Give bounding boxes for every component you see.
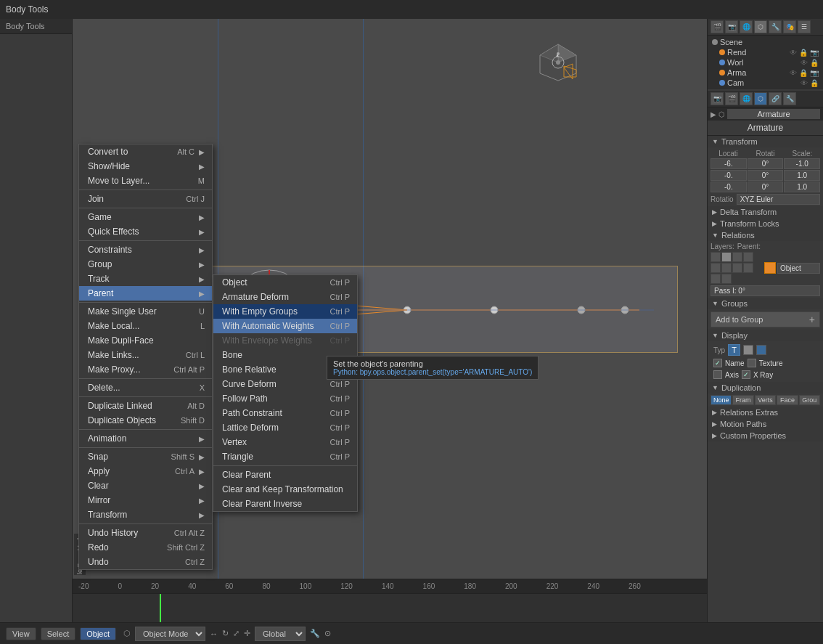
groups-section[interactable]: ▼ Groups bbox=[708, 298, 823, 309]
relations-section[interactable]: ▼ Relations bbox=[708, 229, 823, 241]
parent-select[interactable]: Object bbox=[777, 263, 820, 274]
menu-make-single-user[interactable]: Make Single User U bbox=[79, 304, 212, 319]
menu-make-proxy[interactable]: Make Proxy... Ctrl Alt P bbox=[79, 362, 212, 377]
pass-index[interactable]: Pass I: 0° bbox=[711, 285, 820, 296]
axis-checkbox[interactable] bbox=[713, 370, 722, 379]
menu-parent[interactable]: Parent ▶ bbox=[79, 286, 212, 301]
dup-none[interactable]: None bbox=[711, 395, 732, 405]
menu-delete[interactable]: Delete... X bbox=[79, 380, 212, 395]
menu-make-dupli-face[interactable]: Make Dupli-Face bbox=[79, 333, 212, 348]
layer-btn-7[interactable] bbox=[732, 263, 742, 273]
menu-show-hide[interactable]: Show/Hide ▶ bbox=[79, 159, 212, 174]
dup-frames[interactable]: Fram bbox=[732, 395, 753, 405]
menu-snap[interactable]: Snap Shift S ▶ bbox=[79, 449, 212, 464]
menu-make-local[interactable]: Make Local... L bbox=[79, 319, 212, 333]
submenu-follow-path[interactable]: Follow Path Ctrl P bbox=[213, 391, 357, 406]
outliner-item-armature1[interactable]: Arma 👁 🔒 📷 bbox=[709, 68, 822, 78]
scale-y[interactable]: 1.0 bbox=[784, 170, 820, 181]
layer-btn-9[interactable] bbox=[711, 274, 721, 284]
object-button[interactable]: Object bbox=[80, 627, 116, 640]
proportional-icon[interactable]: ⊙ bbox=[324, 629, 331, 638]
display-section[interactable]: ▼ Display bbox=[708, 330, 823, 341]
layer-btn-4[interactable] bbox=[743, 252, 753, 262]
render-prop-icon[interactable]: 📷 bbox=[711, 92, 724, 105]
layer-btn-2[interactable] bbox=[721, 252, 732, 262]
outliner-item-render[interactable]: Rend 👁 🔒 📷 bbox=[709, 47, 822, 57]
timeline-bar[interactable] bbox=[73, 594, 707, 623]
modifier-prop-icon[interactable]: 🔧 bbox=[783, 92, 796, 105]
menu-duplicate-linked[interactable]: Duplicate Linked Alt D bbox=[79, 399, 212, 413]
loc-z[interactable]: -0. bbox=[711, 182, 747, 192]
relations-extras-section[interactable]: ▶ Relations Extras bbox=[708, 407, 823, 418]
rotation-mode-select[interactable]: XYZ Euler bbox=[737, 194, 820, 205]
object-icon[interactable]: ⬡ bbox=[754, 20, 767, 33]
menu-mirror[interactable]: Mirror ▶ bbox=[79, 493, 212, 508]
world-icon[interactable]: 🌐 bbox=[740, 20, 753, 33]
menu-apply[interactable]: Apply Ctrl A ▶ bbox=[79, 464, 212, 478]
dup-group[interactable]: Grou bbox=[799, 395, 820, 405]
scale-z[interactable]: 1.0 bbox=[784, 182, 820, 192]
display-color-swatch2[interactable] bbox=[756, 345, 766, 355]
menu-move-to-layer[interactable]: Move to Layer... M bbox=[79, 174, 212, 188]
layer-btn-10[interactable] bbox=[721, 274, 732, 284]
extra-icon[interactable]: ☰ bbox=[798, 20, 811, 33]
scene2-icon[interactable]: 🎭 bbox=[783, 20, 796, 33]
submenu-object[interactable]: Object Ctrl P bbox=[213, 275, 357, 290]
select-button[interactable]: Select bbox=[41, 627, 76, 640]
dup-verts[interactable]: Verts bbox=[755, 395, 776, 405]
menu-undo-history[interactable]: Undo History Ctrl Alt Z bbox=[79, 526, 212, 540]
transform-section-title[interactable]: ▼ Transform bbox=[708, 136, 823, 147]
menu-game[interactable]: Game ▶ bbox=[79, 210, 212, 224]
obj-prop-icon[interactable]: ⬡ bbox=[754, 92, 767, 105]
menu-duplicate-objects[interactable]: Duplicate Objects Shift D bbox=[79, 413, 212, 428]
submenu-vertex[interactable]: Vertex Ctrl P bbox=[213, 435, 357, 449]
submenu-with-empty-groups[interactable]: With Empty Groups Ctrl P bbox=[213, 304, 357, 319]
menu-constraints[interactable]: Constraints ▶ bbox=[79, 242, 212, 257]
submenu-clear-parent[interactable]: Clear Parent bbox=[213, 468, 357, 482]
delta-transform-section[interactable]: ▶ Delta Transform bbox=[708, 206, 823, 218]
menu-track[interactable]: Track ▶ bbox=[79, 272, 212, 286]
props-icon[interactable]: 🔧 bbox=[769, 20, 782, 33]
type-text-btn[interactable]: T bbox=[728, 344, 740, 356]
menu-make-links[interactable]: Make Links... Ctrl L bbox=[79, 348, 212, 362]
object-name[interactable]: Armature bbox=[727, 109, 820, 119]
menu-convert-to[interactable]: Convert to Alt C ▶ bbox=[79, 144, 212, 159]
xray-checkbox[interactable] bbox=[742, 370, 750, 379]
submenu-path-constraint[interactable]: Path Constraint Ctrl P bbox=[213, 406, 357, 420]
dup-face[interactable]: Face bbox=[777, 395, 798, 405]
global-dropdown[interactable]: Global Local Normal bbox=[255, 627, 306, 641]
scale-icon[interactable]: ⤢ bbox=[233, 629, 239, 638]
duplication-section[interactable]: ▼ Duplication bbox=[708, 382, 823, 394]
menu-animation[interactable]: Animation ▶ bbox=[79, 431, 212, 446]
menu-join[interactable]: Join Ctrl J bbox=[79, 192, 212, 206]
rotate-icon[interactable]: ↻ bbox=[222, 629, 229, 638]
menu-quick-effects[interactable]: Quick Effects ▶ bbox=[79, 224, 212, 239]
transform-locks-section[interactable]: ▶ Transform Locks bbox=[708, 218, 823, 229]
outliner-item-camera[interactable]: Cam 👁 🔒 bbox=[709, 78, 822, 88]
custom-properties-section[interactable]: ▶ Custom Properties bbox=[708, 430, 823, 441]
navigation-cube[interactable]: ▲ bbox=[536, 41, 580, 84]
submenu-with-auto-weights[interactable]: With Automatic Weights Ctrl P bbox=[213, 319, 357, 333]
name-checkbox[interactable] bbox=[713, 359, 722, 367]
mode-dropdown[interactable]: Object Mode Edit Mode Pose Mode bbox=[135, 627, 205, 641]
rot-z[interactable]: 0° bbox=[748, 182, 784, 192]
world-prop-icon[interactable]: 🌐 bbox=[740, 92, 753, 105]
submenu-with-envelope[interactable]: With Envelope Weights Ctrl P bbox=[213, 333, 357, 348]
submenu-clear-parent-inverse[interactable]: Clear Parent Inverse bbox=[213, 497, 357, 511]
submenu-armature-deform[interactable]: Armature Deform Ctrl P bbox=[213, 290, 357, 304]
scene-icon[interactable]: 🎬 bbox=[711, 20, 724, 33]
motion-paths-section[interactable]: ▶ Motion Paths bbox=[708, 418, 823, 430]
rot-y[interactable]: 0° bbox=[748, 170, 784, 181]
menu-redo[interactable]: Redo Shift Ctrl Z bbox=[79, 540, 212, 555]
loc-y[interactable]: -0. bbox=[711, 170, 747, 181]
add-group-button[interactable]: Add to Group + bbox=[711, 311, 820, 327]
texture-checkbox[interactable] bbox=[748, 359, 756, 367]
display-color-swatch[interactable] bbox=[743, 345, 753, 355]
menu-group[interactable]: Group ▶ bbox=[79, 257, 212, 272]
cursor-icon[interactable]: ✛ bbox=[244, 629, 250, 638]
scene-prop-icon[interactable]: 🎬 bbox=[725, 92, 738, 105]
layer-btn-8[interactable] bbox=[743, 263, 753, 273]
submenu-lattice-deform[interactable]: Lattice Deform Ctrl P bbox=[213, 420, 357, 435]
render-icon[interactable]: 📷 bbox=[725, 20, 738, 33]
layer-btn-3[interactable] bbox=[732, 252, 742, 262]
